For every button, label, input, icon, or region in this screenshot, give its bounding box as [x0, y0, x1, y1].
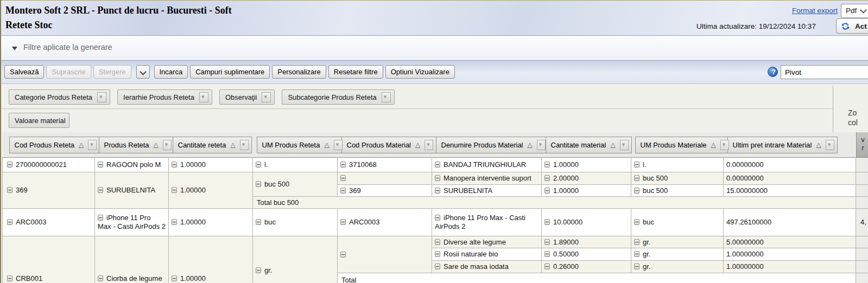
collapse-icon[interactable] [256, 219, 261, 225]
sort-ascending-icon[interactable] [230, 142, 235, 148]
sort-ascending-icon[interactable] [79, 142, 84, 148]
collapse-icon[interactable] [435, 215, 440, 221]
collapse-icon[interactable] [634, 251, 639, 257]
collapse-icon[interactable] [172, 187, 177, 193]
collapse-icon[interactable] [172, 219, 177, 225]
sort-ascending-icon[interactable] [154, 142, 159, 148]
reset-filters-button[interactable]: Resetare filtre [328, 65, 383, 79]
column-header-cod-produs-material[interactable]: Cod Produs Material [341, 137, 437, 153]
collapse-icon[interactable] [172, 162, 177, 168]
collapse-icon[interactable] [340, 188, 346, 194]
collapse-icon[interactable] [256, 267, 261, 273]
column-header-ultim-pret-intrare-material[interactable]: Ultim pret intrare Material [727, 137, 838, 153]
collapse-icon[interactable] [634, 162, 639, 168]
column-header-cod-produs-reteta[interactable]: Cod Produs Reteta [9, 137, 100, 153]
collapse-icon[interactable] [340, 252, 346, 258]
collapse-icon[interactable] [634, 239, 639, 245]
chevron-down-icon[interactable] [199, 92, 208, 102]
collapse-icon[interactable] [634, 175, 639, 181]
pivot-name-input[interactable] [781, 65, 868, 79]
column-filter-dropdown[interactable] [720, 140, 729, 150]
personalize-button[interactable]: Personalizare [272, 65, 326, 79]
collapse-icon[interactable] [340, 175, 346, 181]
column-header-um-produs-reteta[interactable]: UM Produs Reteta [257, 137, 346, 153]
extra-fields-button[interactable]: Campuri suplimentare [190, 65, 270, 79]
column-header-um-produs-materiale[interactable]: UM Produs Materiale [635, 137, 732, 153]
collapse-icon[interactable] [172, 275, 177, 281]
collapse-icon[interactable] [435, 188, 440, 194]
column-header-produs-reteta[interactable]: Produs Reteta [99, 137, 175, 153]
collapse-icon[interactable] [544, 162, 550, 168]
collapse-icon[interactable] [544, 175, 550, 181]
collapse-icon[interactable] [435, 162, 440, 168]
sort-ascending-icon[interactable] [816, 142, 821, 148]
collapse-icon[interactable] [544, 263, 550, 269]
collapse-icon[interactable] [544, 239, 550, 245]
pivot-field-subcategorie-produs-reteta[interactable]: Subcategorie Produs Reteta [282, 89, 394, 105]
collapse-icon[interactable] [634, 219, 639, 225]
toolbar: Salvează Suprascrie Stergere Incarca Cam… [1, 61, 868, 83]
filters-panel-header[interactable]: Filtre aplicate la generare [1, 36, 868, 61]
refresh-button-label: Act [855, 22, 867, 30]
collapse-icon[interactable] [98, 162, 103, 168]
help-icon[interactable] [768, 67, 778, 77]
clipped-column-header[interactable]: v r [856, 132, 868, 157]
pivot-field-ierarhie-produs-reteta[interactable]: Ierarhie Produs Reteta [117, 89, 212, 105]
collapse-icon[interactable] [340, 162, 346, 168]
column-filter-dropdown[interactable] [240, 140, 249, 150]
column-filter-dropdown[interactable] [425, 140, 433, 150]
view-options-button[interactable]: Optiuni Vizualizare [385, 65, 455, 79]
sort-ascending-icon[interactable] [528, 142, 533, 148]
column-filter-dropdown[interactable] [163, 140, 172, 150]
column-filter-dropdown[interactable] [620, 140, 629, 150]
save-button[interactable]: Salvează [4, 65, 44, 79]
column-header-cantitate-material[interactable]: Cantitate material [546, 137, 632, 153]
save-options-dropdown[interactable] [136, 65, 150, 79]
page-title: Montero Soft 2 SRL - Punct de lucru - Bu… [5, 3, 232, 33]
collapse-icon[interactable] [98, 187, 103, 193]
chevron-down-icon[interactable] [262, 92, 271, 102]
column-filter-dropdown[interactable] [334, 140, 343, 150]
column-header-cantitate-reteta[interactable]: Cantitate reteta [173, 137, 252, 153]
collapse-icon[interactable] [98, 215, 103, 221]
collapse-icon[interactable] [435, 251, 440, 257]
collapse-icon[interactable] [634, 263, 639, 269]
collapse-icon[interactable] [7, 187, 12, 193]
chevron-down-icon[interactable] [382, 92, 391, 102]
column-filter-dropdown[interactable] [826, 140, 834, 150]
clipped-value-cell [856, 172, 868, 185]
collapse-icon[interactable] [7, 162, 12, 168]
collapse-triangle-icon[interactable] [12, 47, 17, 50]
sort-ascending-icon[interactable] [415, 142, 420, 148]
overwrite-button[interactable]: Suprascrie [46, 65, 91, 79]
delete-button[interactable]: Stergere [93, 65, 131, 79]
last-update-text: Ultima actualizare: 19/12/2024 10:37 [696, 22, 816, 30]
column-filter-dropdown[interactable] [88, 140, 97, 150]
pivot-field-categorie-produs-reteta[interactable]: Categorie Produs Reteta [9, 89, 110, 105]
column-filter-dropdown[interactable] [537, 140, 546, 150]
sort-ascending-icon[interactable] [324, 142, 329, 148]
collapse-icon[interactable] [435, 263, 440, 269]
collapse-icon[interactable] [7, 219, 12, 225]
format-export-link[interactable]: Format export [792, 7, 838, 15]
collapse-icon[interactable] [340, 219, 346, 225]
collapse-icon[interactable] [544, 188, 550, 194]
refresh-button[interactable]: Act [836, 18, 868, 34]
chevron-down-icon[interactable] [97, 92, 106, 102]
sort-ascending-icon[interactable] [711, 142, 716, 148]
load-button[interactable]: Incarca [154, 65, 188, 79]
export-format-select[interactable]: Pdf [841, 4, 868, 18]
pivot-field-observatii[interactable]: Observaţii [219, 89, 275, 105]
pivot-measure-valoare-material[interactable]: Valoare material [9, 113, 69, 128]
collapse-icon[interactable] [256, 181, 261, 187]
collapse-icon[interactable] [544, 251, 550, 257]
collapse-icon[interactable] [98, 275, 103, 281]
sort-ascending-icon[interactable] [610, 142, 615, 148]
collapse-icon[interactable] [256, 162, 261, 168]
collapse-icon[interactable] [435, 239, 440, 245]
collapse-icon[interactable] [435, 175, 440, 181]
collapse-icon[interactable] [634, 188, 639, 194]
collapse-icon[interactable] [7, 275, 12, 281]
collapse-icon[interactable] [544, 219, 550, 225]
column-header-denumire-produs-material[interactable]: Denumire Produs Material [436, 137, 549, 153]
